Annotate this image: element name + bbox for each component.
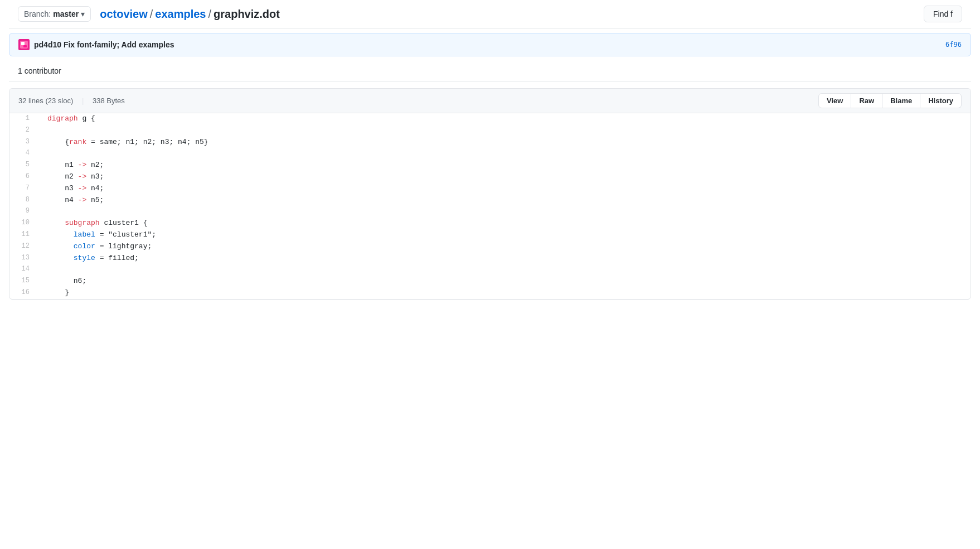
line-content: }	[38, 287, 971, 299]
code-line: 6 n2 -> n3;	[9, 171, 971, 183]
line-number: 13	[9, 253, 38, 263]
line-number: 12	[9, 241, 38, 252]
line-number: 15	[9, 276, 38, 286]
line-number: 10	[9, 218, 38, 228]
line-number: 4	[9, 148, 38, 158]
top-bar: Branch: master ▾ octoview / examples / g…	[9, 0, 971, 28]
line-number: 16	[9, 287, 38, 298]
breadcrumb-filename: graphviz.dot	[214, 8, 280, 21]
line-number: 8	[9, 195, 38, 205]
breadcrumb-repo-link[interactable]: octoview	[100, 8, 148, 21]
code-line: 11 label = "cluster1";	[9, 229, 971, 241]
find-file-button[interactable]: Find f	[924, 6, 962, 22]
breadcrumb-folder-link[interactable]: examples	[155, 8, 206, 21]
branch-name: master	[53, 9, 79, 18]
line-content: subgraph cluster1 {	[38, 218, 971, 229]
line-number: 3	[9, 137, 38, 147]
contributor-bar: 1 contributor	[9, 61, 971, 81]
code-line: 12 color = lightgray;	[9, 241, 971, 253]
commit-author-abbr: pd4d10	[34, 40, 61, 49]
avatar-icon	[18, 39, 30, 50]
branch-label: Branch:	[24, 9, 51, 18]
line-content: n6;	[38, 276, 971, 287]
line-content: n4 -> n5;	[38, 195, 971, 206]
line-content: n1 -> n2;	[38, 160, 971, 171]
file-view-buttons: View Raw Blame History	[818, 93, 962, 108]
line-content: {rank = same; n1; n2; n3; n4; n5}	[38, 137, 971, 148]
file-sloc: (23 sloc)	[45, 97, 73, 105]
line-content: n3 -> n4;	[38, 183, 971, 195]
code-line: 5 n1 -> n2;	[9, 160, 971, 171]
line-content: style = filled;	[38, 253, 971, 264]
code-line: 16 }	[9, 287, 971, 299]
history-button[interactable]: History	[920, 93, 962, 108]
code-line: 8 n4 -> n5;	[9, 195, 971, 206]
commit-author: pd4d10 Fix font-family; Add examples	[34, 40, 174, 49]
file-view-container: 32 lines (23 sloc) | 338 Bytes View Raw …	[9, 88, 971, 300]
code-line: 10 subgraph cluster1 {	[9, 218, 971, 229]
code-line: 9	[9, 206, 971, 218]
code-line: 14	[9, 264, 971, 276]
svg-rect-3	[23, 45, 27, 47]
commit-message-text: Fix font-family; Add examples	[64, 40, 174, 49]
file-info-separator: |	[82, 97, 84, 105]
line-content: label = "cluster1";	[38, 229, 971, 241]
file-bytes: 338 Bytes	[93, 97, 125, 105]
line-content: n2 -> n3;	[38, 171, 971, 183]
line-content	[38, 264, 971, 276]
line-number: 14	[9, 264, 38, 274]
breadcrumb-separator-1: /	[150, 8, 153, 21]
line-number: 9	[9, 206, 38, 216]
line-number: 1	[9, 113, 38, 124]
commit-section: pd4d10 Fix font-family; Add examples 6f9…	[9, 33, 971, 56]
view-button[interactable]: View	[818, 93, 851, 108]
avatar	[18, 39, 30, 50]
blame-button[interactable]: Blame	[882, 93, 920, 108]
breadcrumb-separator-2: /	[208, 8, 211, 21]
svg-rect-2	[21, 42, 25, 45]
code-line: 1digraph g {	[9, 113, 971, 125]
commit-row: pd4d10 Fix font-family; Add examples 6f9…	[9, 33, 971, 56]
line-number: 2	[9, 125, 38, 136]
breadcrumb: octoview / examples / graphviz.dot	[100, 8, 924, 21]
raw-button[interactable]: Raw	[851, 93, 882, 108]
contributor-count: 1 contributor	[18, 66, 61, 75]
commit-hash[interactable]: 6f96	[945, 41, 962, 49]
file-info: 32 lines (23 sloc) | 338 Bytes	[18, 97, 818, 105]
code-line: 4	[9, 148, 971, 160]
code-line: 15 n6;	[9, 276, 971, 287]
line-content	[38, 206, 971, 218]
line-content: digraph g {	[38, 113, 971, 125]
line-content: color = lightgray;	[38, 241, 971, 253]
branch-selector[interactable]: Branch: master ▾	[18, 6, 91, 22]
line-number: 6	[9, 171, 38, 182]
file-lines: 32 lines	[18, 97, 43, 105]
line-number: 7	[9, 183, 38, 194]
chevron-down-icon: ▾	[81, 9, 85, 18]
code-line: 7 n3 -> n4;	[9, 183, 971, 195]
code-line: 13 style = filled;	[9, 253, 971, 264]
line-number: 11	[9, 229, 38, 240]
code-body: 1digraph g {2 3 {rank = same; n1; n2; n3…	[9, 113, 971, 299]
line-content	[38, 148, 971, 160]
line-content	[38, 125, 971, 137]
code-line: 3 {rank = same; n1; n2; n3; n4; n5}	[9, 137, 971, 148]
line-number: 5	[9, 160, 38, 170]
file-header: 32 lines (23 sloc) | 338 Bytes View Raw …	[9, 89, 971, 113]
code-line: 2	[9, 125, 971, 137]
